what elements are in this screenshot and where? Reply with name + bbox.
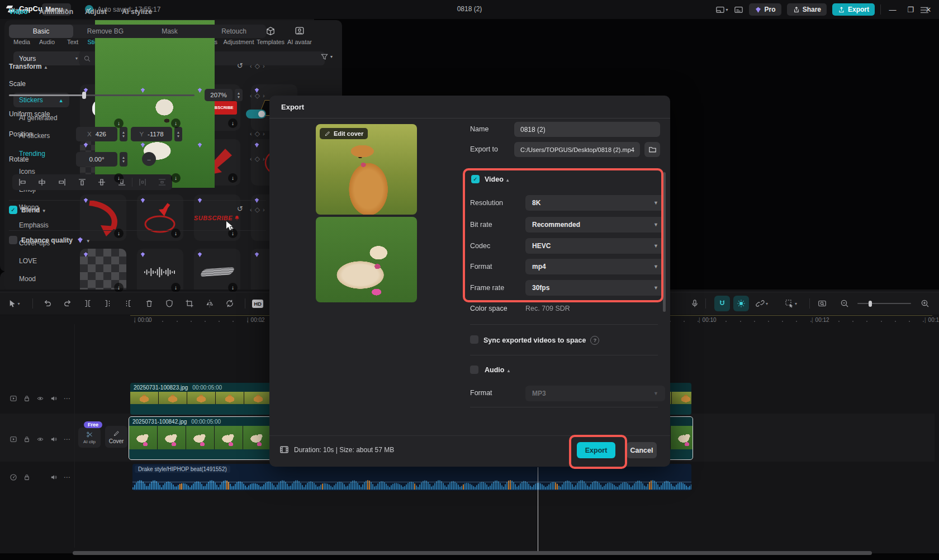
download-icon[interactable]: ↓ <box>228 173 238 183</box>
video-section-label[interactable]: Video ▲ <box>485 175 510 183</box>
pro-gem-icon <box>254 87 260 93</box>
magnetic-snap-button[interactable] <box>714 296 730 311</box>
format-dropdown[interactable]: mp4▼ <box>525 259 665 274</box>
download-icon[interactable]: ↓ <box>228 283 238 292</box>
bit-rate-dropdown[interactable]: Recommended▼ <box>525 217 665 232</box>
audio-section-label[interactable]: Audio ▲ <box>485 366 511 374</box>
ruler-label: |00:02 <box>247 317 265 323</box>
zoom-in-button[interactable] <box>917 296 933 311</box>
undo-button[interactable] <box>39 296 56 311</box>
media-tab-ai-avatar[interactable]: AI avatar <box>284 25 315 45</box>
redo-button[interactable] <box>59 296 76 311</box>
download-icon[interactable]: ↓ <box>114 229 124 238</box>
more-options-icon[interactable]: ⋯ <box>63 473 72 482</box>
mirror-button[interactable] <box>201 296 218 311</box>
cancel-button[interactable]: Cancel <box>627 442 657 458</box>
sidebar-item-love[interactable]: LOVE <box>19 257 37 265</box>
filter-button[interactable]: ▾ <box>320 53 333 61</box>
record-voiceover-button[interactable] <box>686 296 703 311</box>
edit-cover-button[interactable]: Edit cover <box>320 128 368 139</box>
edit-cover-label: Edit cover <box>334 130 363 137</box>
media-tab-label: AI avatar <box>284 39 315 45</box>
timeline-zoom-slider[interactable] <box>857 300 911 307</box>
waveform-sticker[interactable]: ↓ <box>137 249 183 292</box>
horizontal-scrollbar[interactable] <box>73 551 872 555</box>
export-top-button[interactable]: Export <box>832 3 875 16</box>
reset-transform-button[interactable] <box>221 296 238 311</box>
sidebar-item-stickers[interactable]: Stickers▲ <box>19 96 64 104</box>
select-tool-button[interactable]: ▾ <box>6 296 22 311</box>
brush-stroke-sticker[interactable]: ↓ <box>194 249 240 292</box>
export-path-input[interactable]: C:/Users/TOPGUS/Desktop/0818 (2).mp4 <box>514 142 640 157</box>
color-space-label: Color space <box>470 305 508 312</box>
sidebar-item-emphasis[interactable]: Emphasis <box>19 221 49 229</box>
export-confirm-button[interactable]: Export <box>577 442 615 458</box>
codec-dropdown[interactable]: HEVC▼ <box>525 238 665 254</box>
checkerboard-placeholder-2-sticker[interactable]: ↓ <box>80 249 126 292</box>
mute-icon[interactable] <box>49 473 58 482</box>
red-ellipse-arrow-sticker[interactable]: ↓ <box>137 194 183 241</box>
download-icon[interactable]: ↓ <box>171 283 181 292</box>
video-track-icon[interactable] <box>9 435 18 444</box>
subscribe-distressed-sticker[interactable]: SUBSCRIBE↓ <box>194 194 240 241</box>
share-button[interactable]: Share <box>787 3 827 16</box>
audio-clip[interactable]: Drake style/HIPHOP beat(1491552) <box>132 464 691 491</box>
resolution-dropdown[interactable]: 8K▼ <box>525 195 665 211</box>
delete-button[interactable] <box>141 296 158 311</box>
zoom-out-button[interactable] <box>836 296 853 311</box>
red-curved-arrow-sticker[interactable]: ↓ <box>80 194 126 241</box>
download-icon[interactable]: ↓ <box>114 173 124 183</box>
frame-rate-dropdown[interactable]: 30fps▼ <box>525 280 665 296</box>
audio-track-icon[interactable] <box>9 473 18 482</box>
lock-icon[interactable] <box>22 394 31 403</box>
video-checkbox[interactable]: ✓ <box>471 175 480 183</box>
mute-icon[interactable] <box>49 394 58 403</box>
download-icon[interactable]: ↓ <box>171 229 181 238</box>
crop-button[interactable] <box>181 296 198 311</box>
pro-gem-icon <box>254 142 260 148</box>
split-button[interactable] <box>79 296 96 311</box>
capcut-window: CapCut Menu ▾ Auto saved: 17:55:17 0818 … <box>0 0 939 560</box>
frame-rate-label: Frame rate <box>470 284 504 292</box>
minimize-button[interactable]: — <box>886 6 899 14</box>
auto-snap-button[interactable] <box>733 296 749 311</box>
chevron-up-icon: ▲ <box>59 98 64 103</box>
pro-gem-icon <box>197 197 203 203</box>
panel-notes-icon[interactable] <box>734 5 743 15</box>
video-track-icon[interactable] <box>9 394 18 403</box>
audio-checkbox[interactable] <box>470 366 478 374</box>
download-icon[interactable]: ↓ <box>114 283 124 292</box>
d0ialog-scrollbar[interactable] <box>663 172 666 312</box>
download-icon[interactable]: ↓ <box>171 173 181 183</box>
preview-frame-button[interactable] <box>814 296 831 311</box>
mute-icon[interactable] <box>49 435 58 444</box>
more-options-icon[interactable]: ⋯ <box>63 435 72 444</box>
playhead[interactable] <box>538 467 538 552</box>
download-icon[interactable]: ↓ <box>228 118 238 128</box>
lock-icon[interactable] <box>22 435 31 444</box>
link-clips-button[interactable]: ▾ <box>753 296 770 311</box>
pro-label: Pro <box>765 6 776 13</box>
ai-clip-button[interactable]: AI clip <box>78 428 101 448</box>
sync-checkbox[interactable] <box>470 335 478 344</box>
help-icon[interactable]: ? <box>590 336 599 345</box>
browse-folder-button[interactable] <box>644 142 660 157</box>
more-options-icon[interactable]: ⋯ <box>63 394 72 403</box>
layout-toggle-icon[interactable]: ▾ <box>715 5 728 15</box>
pro-gem-icon <box>254 197 260 203</box>
name-input[interactable]: 0818 (2) <box>514 122 660 137</box>
multi-select-button[interactable]: ▾ <box>782 296 799 311</box>
download-icon[interactable]: ↓ <box>171 118 181 128</box>
pro-button[interactable]: Pro <box>749 3 781 16</box>
lock-icon[interactable] <box>22 473 31 482</box>
maximize-button[interactable]: ❐ <box>904 6 917 14</box>
cover-button[interactable]: Cover <box>105 426 127 448</box>
delete-right-button[interactable] <box>120 296 136 311</box>
download-icon[interactable]: ↓ <box>114 118 124 128</box>
visibility-icon[interactable] <box>36 435 45 444</box>
delete-left-button[interactable] <box>99 296 116 311</box>
hd-quality-button[interactable]: HD <box>249 296 266 311</box>
sidebar-item-mood[interactable]: Mood <box>19 275 36 283</box>
visibility-icon[interactable] <box>36 394 45 403</box>
mask-button[interactable] <box>161 296 178 311</box>
